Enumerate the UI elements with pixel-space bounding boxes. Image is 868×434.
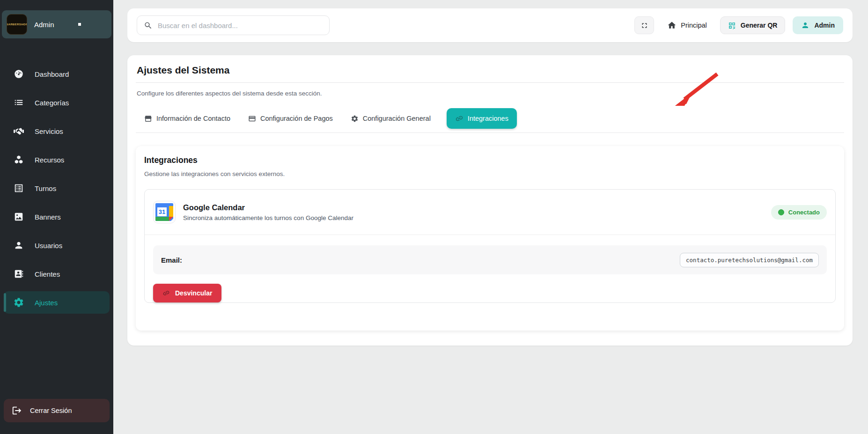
- search-icon: [144, 21, 153, 30]
- tab-informacion-de-contacto[interactable]: Información de Contacto: [142, 109, 232, 129]
- settings-card: Ajustes del Sistema Configure los difere…: [127, 55, 853, 346]
- status-label: Conectado: [788, 209, 820, 216]
- sidebar: BARBERSHOP Admin Dashboard Categorías Se…: [0, 0, 113, 434]
- image-icon: [13, 211, 24, 222]
- fullscreen-button[interactable]: [634, 16, 654, 34]
- sidebar-item-categorias[interactable]: Categorías: [4, 91, 110, 114]
- storefront-icon: [144, 115, 152, 123]
- tab-integraciones[interactable]: Integraciones: [447, 108, 517, 129]
- google-calendar-icon: 31: [153, 201, 176, 223]
- cubes-icon: [13, 154, 24, 165]
- search-box[interactable]: [137, 15, 330, 35]
- unlink-button[interactable]: Desvincular: [153, 284, 221, 302]
- integration-name: Google Calendar: [183, 203, 353, 212]
- admin-user-label: Admin: [814, 22, 835, 29]
- contact-card-icon: [13, 268, 24, 280]
- sidebar-item-usuarios[interactable]: Usuarios: [4, 234, 110, 257]
- tab-label: Configuración de Pagos: [260, 115, 333, 122]
- generate-qr-button[interactable]: Generar QR: [720, 16, 786, 34]
- logout-icon: [12, 405, 22, 416]
- integration-description: Sincroniza automáticamente los turnos co…: [183, 214, 353, 221]
- divider: [136, 132, 844, 133]
- tab-label: Información de Contacto: [156, 115, 230, 122]
- handshake-icon: [13, 125, 24, 137]
- integrations-section: Integraciones Gestione las integraciones…: [136, 146, 844, 331]
- sidebar-item-label: Turnos: [35, 184, 56, 192]
- sidebar-brand[interactable]: BARBERSHOP Admin: [2, 10, 111, 38]
- main-area: Principal Generar QR Admin Ajustes del S…: [113, 0, 868, 434]
- unlink-label: Desvincular: [175, 289, 212, 297]
- sidebar-item-ajustes[interactable]: Ajustes: [4, 291, 110, 314]
- email-label: Email:: [161, 256, 182, 264]
- credit-card-icon: [248, 115, 256, 123]
- sidebar-item-label: Clientes: [35, 270, 60, 278]
- admin-user-button[interactable]: Admin: [793, 16, 843, 34]
- topbar: Principal Generar QR Admin: [127, 8, 853, 42]
- settings-tabs: Información de Contacto Configuración de…: [142, 108, 844, 129]
- status-badge: Conectado: [771, 205, 827, 220]
- home-label: Principal: [681, 22, 707, 29]
- user-icon: [801, 21, 809, 29]
- sidebar-item-label: Recursos: [35, 156, 64, 164]
- sidebar-item-servicios[interactable]: Servicios: [4, 120, 110, 142]
- dashboard-icon: [13, 68, 24, 80]
- generate-qr-label: Generar QR: [741, 22, 778, 29]
- google-calendar-header: 31 Google Calendar Sincroniza automática…: [145, 190, 835, 235]
- gear-icon: [351, 115, 359, 123]
- email-row: Email: contacto.puretechsolutions@gmail.…: [153, 245, 827, 274]
- sidebar-item-label: Banners: [35, 213, 61, 221]
- home-icon: [667, 21, 677, 30]
- sidebar-item-label: Usuarios: [35, 242, 62, 250]
- brand-logo-text: BARBERSHOP: [7, 23, 27, 26]
- status-dot-icon: [778, 209, 784, 215]
- sidebar-item-recursos[interactable]: Recursos: [4, 148, 110, 171]
- page-title: Ajustes del Sistema: [137, 65, 844, 76]
- link-icon: [162, 289, 170, 297]
- brand-user-name: Admin: [34, 21, 54, 29]
- barbershop-logo: BARBERSHOP: [7, 14, 27, 35]
- search-input[interactable]: [158, 22, 323, 29]
- home-link[interactable]: Principal: [667, 21, 707, 30]
- sidebar-item-label: Ajustes: [35, 299, 58, 307]
- page-subtitle: Configure los diferentes aspectos del si…: [137, 90, 844, 97]
- sidebar-item-banners[interactable]: Banners: [4, 206, 110, 228]
- categories-icon: [13, 97, 24, 108]
- sidebar-item-label: Categorías: [35, 99, 69, 107]
- google-calendar-card: 31 Google Calendar Sincroniza automática…: [144, 189, 836, 303]
- sidebar-item-label: Servicios: [35, 127, 63, 135]
- sidebar-item-label: Dashboard: [35, 70, 69, 78]
- link-icon: [455, 114, 463, 123]
- tab-label: Configuración General: [363, 115, 431, 122]
- tab-label: Integraciones: [468, 115, 508, 122]
- section-title: Integraciones: [144, 155, 836, 165]
- tab-configuracion-general[interactable]: Configuración General: [349, 109, 433, 129]
- list-alt-icon: [13, 183, 24, 194]
- sidebar-nav: Dashboard Categorías Servicios Recursos …: [0, 63, 113, 395]
- sidebar-item-dashboard[interactable]: Dashboard: [4, 63, 110, 85]
- divider: [136, 82, 844, 83]
- sidebar-item-clientes[interactable]: Clientes: [4, 263, 110, 285]
- fullscreen-icon: [640, 22, 648, 29]
- gear-icon: [13, 297, 24, 308]
- email-value: contacto.puretechsolutions@gmail.com: [680, 253, 819, 267]
- logout-label: Cerrar Sesión: [30, 407, 72, 414]
- sidebar-item-turnos[interactable]: Turnos: [4, 177, 110, 199]
- collapse-dot[interactable]: [78, 23, 81, 26]
- tab-configuracion-de-pagos[interactable]: Configuración de Pagos: [246, 109, 335, 129]
- logout-button[interactable]: Cerrar Sesión: [4, 399, 110, 422]
- qr-code-icon: [728, 22, 736, 29]
- user-icon: [13, 240, 24, 251]
- google-calendar-body: Email: contacto.puretechsolutions@gmail.…: [145, 235, 835, 302]
- section-subtitle: Gestione las integraciones con servicios…: [144, 170, 836, 177]
